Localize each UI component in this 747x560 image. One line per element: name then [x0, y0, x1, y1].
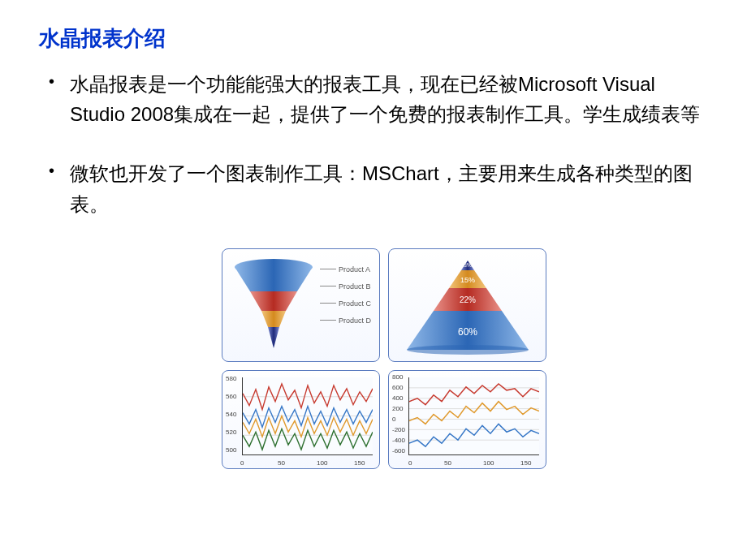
y-tick: 580: [226, 375, 236, 382]
bullet-list: 水晶报表是一个功能能强大的报表工具，现在已经被Microsoft Visual …: [39, 69, 708, 219]
svg-marker-4: [268, 327, 279, 348]
funnel-chart: Product A Product B Product C Product D: [222, 248, 380, 362]
y-tick: 500: [226, 446, 236, 454]
svg-marker-1: [235, 267, 313, 291]
legend-label: Product C: [339, 299, 371, 308]
x-tick: 0: [240, 459, 244, 467]
legend-label: Product B: [339, 282, 371, 291]
pyramid-icon: 3% 15% 22% 60%: [399, 256, 537, 356]
y-tick: 520: [226, 429, 236, 436]
pyramid-label: 22%: [459, 295, 475, 304]
y-tick: 540: [226, 411, 236, 418]
x-tick: 50: [278, 459, 285, 467]
x-tick: 100: [483, 459, 494, 467]
legend-label: Product D: [339, 317, 371, 325]
svg-marker-3: [261, 311, 286, 327]
pyramid-chart: 3% 15% 22% 60%: [388, 248, 546, 362]
pyramid-label: 3%: [463, 262, 471, 268]
y-tick: 400: [392, 394, 403, 402]
funnel-legend: Product A Product B Product C Product D: [320, 265, 371, 334]
list-item: 水晶报表是一个功能能强大的报表工具，现在已经被Microsoft Visual …: [39, 69, 708, 129]
y-tick: 600: [392, 384, 403, 391]
y-tick: 800: [392, 373, 403, 381]
y-tick: 560: [226, 393, 236, 400]
svg-point-9: [407, 345, 529, 355]
x-tick: 150: [520, 459, 531, 467]
x-tick: 50: [444, 459, 451, 467]
funnel-icon: [229, 257, 318, 355]
list-item: 微软也开发了一个图表制作工具：MSChart，主要用来生成各种类型的图表。: [39, 158, 708, 218]
y-tick: -600: [392, 447, 405, 454]
pyramid-label: 60%: [457, 326, 477, 338]
line-chart-2: 800 600 400 200 0 -200 -400 -600 0 50 10…: [388, 370, 546, 469]
x-tick: 100: [317, 459, 327, 467]
legend-label: Product A: [339, 265, 370, 274]
x-tick: 150: [354, 459, 365, 467]
page-title: 水晶报表介绍: [39, 24, 708, 53]
pyramid-label: 15%: [460, 276, 474, 284]
line-chart-1: 580 560 540 520 500 0 50 100 150: [222, 370, 380, 469]
y-tick: -200: [392, 426, 405, 433]
y-tick: -400: [392, 437, 405, 444]
x-tick: 0: [408, 459, 412, 467]
y-tick: 0: [392, 416, 395, 423]
chart-grid: Product A Product B Product C Product D …: [222, 248, 708, 469]
svg-marker-2: [250, 291, 297, 311]
y-tick: 200: [392, 405, 403, 412]
